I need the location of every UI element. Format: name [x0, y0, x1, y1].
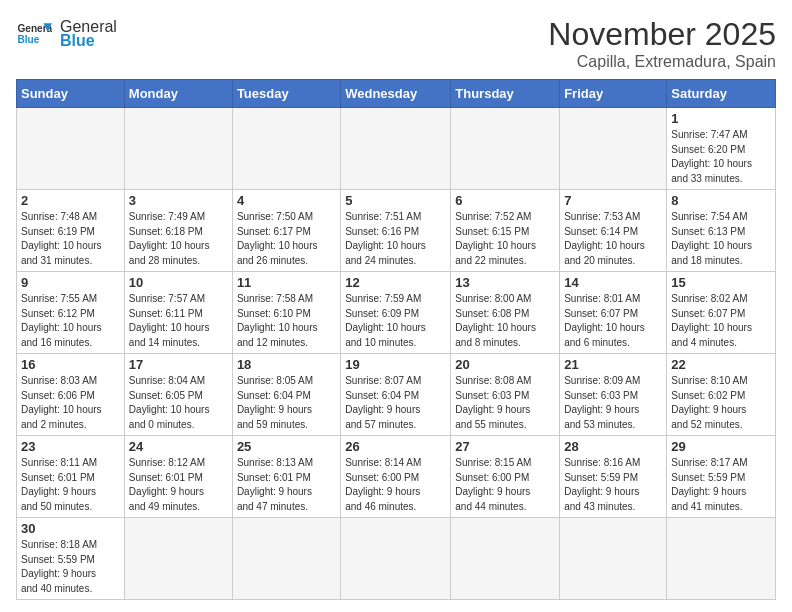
day-info: Sunrise: 7:57 AMSunset: 6:11 PMDaylight:… — [129, 292, 228, 350]
calendar-cell: 30Sunrise: 8:18 AMSunset: 5:59 PMDayligh… — [17, 518, 125, 600]
day-info: Sunrise: 8:11 AMSunset: 6:01 PMDaylight:… — [21, 456, 120, 514]
calendar-cell: 8Sunrise: 7:54 AMSunset: 6:13 PMDaylight… — [667, 190, 776, 272]
day-info: Sunrise: 7:55 AMSunset: 6:12 PMDaylight:… — [21, 292, 120, 350]
day-number: 30 — [21, 521, 120, 536]
calendar-cell: 25Sunrise: 8:13 AMSunset: 6:01 PMDayligh… — [232, 436, 340, 518]
day-number: 27 — [455, 439, 555, 454]
day-info: Sunrise: 8:07 AMSunset: 6:04 PMDaylight:… — [345, 374, 446, 432]
calendar-cell — [451, 108, 560, 190]
calendar-week-2: 2Sunrise: 7:48 AMSunset: 6:19 PMDaylight… — [17, 190, 776, 272]
day-info: Sunrise: 7:50 AMSunset: 6:17 PMDaylight:… — [237, 210, 336, 268]
weekday-header-saturday: Saturday — [667, 80, 776, 108]
calendar-cell: 11Sunrise: 7:58 AMSunset: 6:10 PMDayligh… — [232, 272, 340, 354]
day-number: 9 — [21, 275, 120, 290]
day-number: 20 — [455, 357, 555, 372]
title-section: November 2025 Capilla, Extremadura, Spai… — [548, 16, 776, 71]
day-number: 7 — [564, 193, 662, 208]
calendar-cell: 12Sunrise: 7:59 AMSunset: 6:09 PMDayligh… — [341, 272, 451, 354]
location-title: Capilla, Extremadura, Spain — [548, 53, 776, 71]
day-number: 19 — [345, 357, 446, 372]
calendar-cell — [341, 108, 451, 190]
day-info: Sunrise: 8:09 AMSunset: 6:03 PMDaylight:… — [564, 374, 662, 432]
weekday-header-friday: Friday — [560, 80, 667, 108]
calendar-cell — [124, 518, 232, 600]
calendar-cell — [451, 518, 560, 600]
weekday-header-sunday: Sunday — [17, 80, 125, 108]
day-number: 29 — [671, 439, 771, 454]
day-number: 5 — [345, 193, 446, 208]
day-info: Sunrise: 7:58 AMSunset: 6:10 PMDaylight:… — [237, 292, 336, 350]
calendar-cell: 10Sunrise: 7:57 AMSunset: 6:11 PMDayligh… — [124, 272, 232, 354]
calendar-cell: 18Sunrise: 8:05 AMSunset: 6:04 PMDayligh… — [232, 354, 340, 436]
day-info: Sunrise: 7:59 AMSunset: 6:09 PMDaylight:… — [345, 292, 446, 350]
calendar-cell: 22Sunrise: 8:10 AMSunset: 6:02 PMDayligh… — [667, 354, 776, 436]
day-number: 2 — [21, 193, 120, 208]
day-number: 13 — [455, 275, 555, 290]
logo-icon: General Blue — [16, 16, 52, 52]
day-number: 1 — [671, 111, 771, 126]
calendar-week-5: 23Sunrise: 8:11 AMSunset: 6:01 PMDayligh… — [17, 436, 776, 518]
calendar-cell: 27Sunrise: 8:15 AMSunset: 6:00 PMDayligh… — [451, 436, 560, 518]
calendar-cell: 17Sunrise: 8:04 AMSunset: 6:05 PMDayligh… — [124, 354, 232, 436]
calendar-cell — [124, 108, 232, 190]
day-number: 25 — [237, 439, 336, 454]
calendar-table: SundayMondayTuesdayWednesdayThursdayFrid… — [16, 79, 776, 600]
day-number: 15 — [671, 275, 771, 290]
day-info: Sunrise: 8:00 AMSunset: 6:08 PMDaylight:… — [455, 292, 555, 350]
calendar-week-3: 9Sunrise: 7:55 AMSunset: 6:12 PMDaylight… — [17, 272, 776, 354]
day-info: Sunrise: 8:05 AMSunset: 6:04 PMDaylight:… — [237, 374, 336, 432]
calendar-cell: 20Sunrise: 8:08 AMSunset: 6:03 PMDayligh… — [451, 354, 560, 436]
calendar-cell: 23Sunrise: 8:11 AMSunset: 6:01 PMDayligh… — [17, 436, 125, 518]
day-number: 8 — [671, 193, 771, 208]
day-info: Sunrise: 8:03 AMSunset: 6:06 PMDaylight:… — [21, 374, 120, 432]
calendar-cell — [17, 108, 125, 190]
day-info: Sunrise: 7:51 AMSunset: 6:16 PMDaylight:… — [345, 210, 446, 268]
weekday-header-wednesday: Wednesday — [341, 80, 451, 108]
day-number: 11 — [237, 275, 336, 290]
calendar-cell: 13Sunrise: 8:00 AMSunset: 6:08 PMDayligh… — [451, 272, 560, 354]
weekday-header-monday: Monday — [124, 80, 232, 108]
day-info: Sunrise: 7:47 AMSunset: 6:20 PMDaylight:… — [671, 128, 771, 186]
day-number: 10 — [129, 275, 228, 290]
day-number: 17 — [129, 357, 228, 372]
calendar-cell: 9Sunrise: 7:55 AMSunset: 6:12 PMDaylight… — [17, 272, 125, 354]
month-title: November 2025 — [548, 16, 776, 53]
day-number: 22 — [671, 357, 771, 372]
calendar-cell: 3Sunrise: 7:49 AMSunset: 6:18 PMDaylight… — [124, 190, 232, 272]
day-number: 23 — [21, 439, 120, 454]
day-number: 24 — [129, 439, 228, 454]
day-number: 28 — [564, 439, 662, 454]
logo: General Blue General Blue — [16, 16, 117, 52]
day-info: Sunrise: 8:01 AMSunset: 6:07 PMDaylight:… — [564, 292, 662, 350]
day-info: Sunrise: 7:48 AMSunset: 6:19 PMDaylight:… — [21, 210, 120, 268]
calendar-cell — [560, 108, 667, 190]
calendar-cell: 26Sunrise: 8:14 AMSunset: 6:00 PMDayligh… — [341, 436, 451, 518]
day-number: 26 — [345, 439, 446, 454]
calendar-cell: 29Sunrise: 8:17 AMSunset: 5:59 PMDayligh… — [667, 436, 776, 518]
day-info: Sunrise: 8:16 AMSunset: 5:59 PMDaylight:… — [564, 456, 662, 514]
day-info: Sunrise: 8:18 AMSunset: 5:59 PMDaylight:… — [21, 538, 120, 596]
day-info: Sunrise: 8:15 AMSunset: 6:00 PMDaylight:… — [455, 456, 555, 514]
calendar-cell: 14Sunrise: 8:01 AMSunset: 6:07 PMDayligh… — [560, 272, 667, 354]
day-info: Sunrise: 7:53 AMSunset: 6:14 PMDaylight:… — [564, 210, 662, 268]
day-number: 4 — [237, 193, 336, 208]
calendar-cell: 2Sunrise: 7:48 AMSunset: 6:19 PMDaylight… — [17, 190, 125, 272]
day-info: Sunrise: 8:14 AMSunset: 6:00 PMDaylight:… — [345, 456, 446, 514]
calendar-cell: 4Sunrise: 7:50 AMSunset: 6:17 PMDaylight… — [232, 190, 340, 272]
calendar-week-6: 30Sunrise: 8:18 AMSunset: 5:59 PMDayligh… — [17, 518, 776, 600]
day-info: Sunrise: 8:10 AMSunset: 6:02 PMDaylight:… — [671, 374, 771, 432]
calendar-cell: 5Sunrise: 7:51 AMSunset: 6:16 PMDaylight… — [341, 190, 451, 272]
day-number: 12 — [345, 275, 446, 290]
calendar-cell — [232, 108, 340, 190]
calendar-cell — [341, 518, 451, 600]
calendar-cell: 16Sunrise: 8:03 AMSunset: 6:06 PMDayligh… — [17, 354, 125, 436]
day-info: Sunrise: 7:54 AMSunset: 6:13 PMDaylight:… — [671, 210, 771, 268]
calendar-cell: 7Sunrise: 7:53 AMSunset: 6:14 PMDaylight… — [560, 190, 667, 272]
day-info: Sunrise: 8:13 AMSunset: 6:01 PMDaylight:… — [237, 456, 336, 514]
day-info: Sunrise: 8:17 AMSunset: 5:59 PMDaylight:… — [671, 456, 771, 514]
day-number: 21 — [564, 357, 662, 372]
weekday-header-thursday: Thursday — [451, 80, 560, 108]
calendar-cell: 24Sunrise: 8:12 AMSunset: 6:01 PMDayligh… — [124, 436, 232, 518]
page-header: General Blue General Blue November 2025 … — [16, 16, 776, 71]
day-number: 6 — [455, 193, 555, 208]
